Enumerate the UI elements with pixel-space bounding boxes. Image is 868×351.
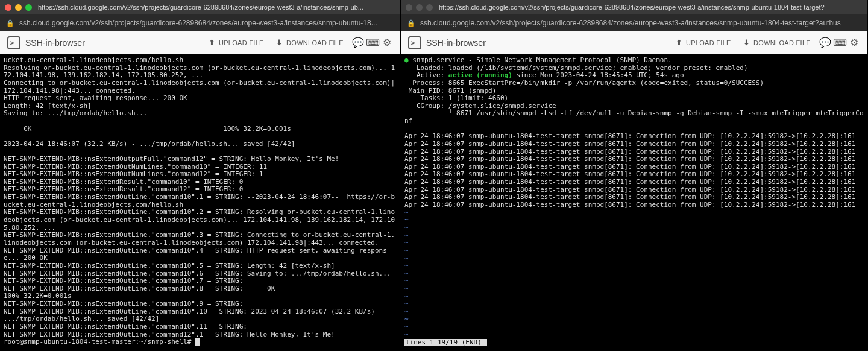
app-logo: >_ SSH-in-browser [7, 36, 85, 49]
pager-empty-line: ~ [404, 262, 864, 270]
upload-label: UPLOAD FILE [686, 39, 731, 46]
pager-empty-line: ~ [404, 217, 864, 224]
minimize-window-button[interactable] [15, 4, 22, 11]
close-window-button[interactable] [406, 4, 412, 11]
log-line: Apr 24 18:46:07 snmp-ubuntu-1804-test-ta… [404, 141, 864, 148]
browser-address-bar[interactable]: 🔒 ssh.cloud.google.com/v2/ssh/projects/g… [401, 14, 867, 31]
terminal-line: NET-SNMP-EXTEND-MIB::nsExtendOutLine."co… [4, 308, 397, 323]
terminal-line: 0K 100% 32.2K=0.001s [4, 125, 397, 133]
download-file-button[interactable]: ⬇ DOWNLOAD FILE [737, 36, 817, 49]
pager-empty-line: ~ [404, 247, 864, 255]
traffic-lights [406, 4, 433, 11]
download-label: DOWNLOAD FILE [753, 39, 811, 46]
upload-icon: ⬆ [676, 38, 682, 47]
titlebar-left: https://ssh.cloud.google.com/v2/ssh/proj… [0, 0, 400, 14]
app-logo: >_ SSH-in-browser [408, 36, 486, 49]
pager-empty-line: ~ [404, 323, 864, 331]
terminal-line: NET-SNMP-EXTEND-MIB::nsExtendOutLine."co… [4, 209, 397, 232]
keyboard-icon[interactable]: ⌨ [834, 37, 846, 49]
cursor [483, 339, 487, 346]
pager-empty-line: ~ [404, 308, 864, 316]
upload-label: UPLOAD FILE [219, 39, 264, 46]
minimize-window-button[interactable] [416, 4, 423, 11]
service-header: ● snmpd.service - Simple Network Managem… [404, 57, 864, 65]
terminal-line: NET-SNMP-EXTEND-MIB::nsExtendOutLine."co… [4, 247, 397, 262]
ssh-logo-icon: >_ [408, 36, 421, 49]
settings-gear-icon[interactable]: ⚙ [848, 37, 860, 49]
download-label: DOWNLOAD FILE [286, 39, 344, 46]
lock-icon: 🔒 [407, 19, 415, 27]
feedback-icon[interactable]: 💬 [352, 37, 364, 49]
pager-empty-line: ~ [404, 232, 864, 240]
terminal-right[interactable]: ● snmpd.service - Simple Network Managem… [401, 54, 867, 351]
pager-empty-line: ~ [404, 224, 864, 232]
traffic-lights [5, 4, 32, 11]
address-url: ssh.cloud.google.com/v2/ssh/projects/gua… [19, 19, 394, 27]
settings-gear-icon[interactable]: ⚙ [381, 37, 393, 49]
lock-icon: 🔒 [6, 19, 14, 27]
window-title: https://ssh.cloud.google.com/v2/ssh/proj… [38, 4, 395, 11]
feedback-icon[interactable]: 💬 [819, 37, 831, 49]
terminal-line: NET-SNMP-EXTEND-MIB::nsExtendOutLine."co… [4, 277, 397, 285]
browser-address-bar[interactable]: 🔒 ssh.cloud.google.com/v2/ssh/projects/g… [0, 14, 400, 31]
pager-empty-line: ~ [404, 209, 864, 217]
pager-empty-line: ~ [404, 300, 864, 308]
log-line: Apr 24 18:46:07 snmp-ubuntu-1804-test-ta… [404, 156, 864, 163]
process-line: Process: 8665 ExecStartPre=/bin/mkdir -p… [404, 80, 864, 87]
close-window-button[interactable] [5, 4, 11, 11]
terminal-line: NET-SNMP-EXTEND-MIB::nsExtendOutLine."co… [4, 232, 397, 247]
terminal-line: NET-SNMP-EXTEND-MIB::nsExtendOutNumLines… [4, 171, 397, 179]
terminal-line: Connecting to or-bucket.eu-central-1.lin… [4, 80, 397, 95]
download-icon: ⬇ [743, 38, 750, 47]
download-icon: ⬇ [276, 38, 283, 47]
app-title: SSH-in-browser [426, 38, 486, 48]
terminal-line: 2023-04-24 18:46:07 (32.2 KB/s) - .../tm… [4, 141, 397, 148]
pager-status: lines 1-19/19 (END) [404, 339, 864, 347]
terminal-left[interactable]: ucket.eu-central-1.linodeobjects.com/hel… [0, 54, 400, 351]
pager-empty-line: ~ [404, 277, 864, 285]
left-window: https://ssh.cloud.google.com/v2/ssh/proj… [0, 0, 401, 351]
tasks-line: Tasks: 1 (limit: 4660) [404, 95, 864, 103]
titlebar-right: https://ssh.cloud.google.com/v2/ssh/proj… [401, 0, 867, 14]
terminal-line: NET-SNMP-EXTEND-MIB::nsExtendOutLine."co… [4, 323, 397, 331]
pager-empty-line: ~ [404, 285, 864, 293]
pager-empty-line: ~ [404, 270, 864, 278]
right-window: https://ssh.cloud.google.com/v2/ssh/proj… [401, 0, 868, 351]
shell-prompt[interactable]: root@snmp-ubuntu-1804-test-master:~/snmp… [4, 338, 397, 346]
terminal-line [4, 133, 397, 141]
pager-empty-line: ~ [404, 331, 864, 339]
address-url: ssh.cloud.google.com/v2/ssh/projects/gua… [420, 19, 861, 27]
terminal-line: HTTP request sent, awaiting response... … [4, 95, 397, 103]
upload-file-button[interactable]: ⬆ UPLOAD FILE [670, 36, 737, 49]
upload-icon: ⬆ [209, 38, 215, 47]
log-line: Apr 24 18:46:07 snmp-ubuntu-1804-test-ta… [404, 179, 864, 186]
terminal-line: Saving to: .../tmp/ordab/hello.sh... [4, 110, 397, 118]
download-file-button[interactable]: ⬇ DOWNLOAD FILE [270, 36, 350, 49]
maximize-window-button[interactable] [426, 4, 433, 11]
pager-empty-line: ~ [404, 255, 864, 263]
log-line: Apr 24 18:46:07 snmp-ubuntu-1804-test-ta… [404, 133, 864, 141]
terminal-line: NET-SNMP-EXTEND-MIB::nsExtendOutLine."co… [4, 300, 397, 308]
terminal-line: ucket.eu-central-1.linodeobjects.com/hel… [4, 57, 397, 65]
pager-empty-line: ~ [404, 293, 864, 301]
upload-file-button[interactable]: ⬆ UPLOAD FILE [203, 36, 270, 49]
ssh-toolbar: >_ SSH-in-browser ⬆ UPLOAD FILE ⬇ DOWNLO… [401, 31, 867, 54]
keyboard-icon[interactable]: ⌨ [366, 37, 379, 49]
window-title: https://ssh.cloud.google.com/v2/ssh/proj… [439, 4, 863, 11]
cgroup-child-line: └─8671 /usr/sbin/snmpd -Lsd -Lf /dev/nul… [404, 110, 864, 125]
cursor [195, 338, 200, 346]
app-title: SSH-in-browser [25, 38, 85, 48]
terminal-line: NET-SNMP-EXTEND-MIB::nsExtendOutLine."co… [4, 194, 397, 209]
ssh-toolbar: >_ SSH-in-browser ⬆ UPLOAD FILE ⬇ DOWNLO… [0, 31, 400, 54]
terminal-line: NET-SNMP-EXTEND-MIB::nsExtendOutLine."co… [4, 285, 397, 300]
maximize-window-button[interactable] [25, 4, 32, 11]
pager-empty-line: ~ [404, 316, 864, 324]
pager-empty-line: ~ [404, 239, 864, 247]
terminal-line: NET-SNMP-EXTEND-MIB::nsExtendOutputFull.… [4, 156, 397, 163]
terminal-line [4, 118, 397, 125]
log-line: Apr 24 18:46:07 snmp-ubuntu-1804-test-ta… [404, 201, 864, 209]
ssh-logo-icon: >_ [7, 36, 20, 49]
terminal-line: NET-SNMP-EXTEND-MIB::nsExtendOutLine."co… [4, 262, 397, 270]
terminal-line: Resolving or-bucket.eu-central-1.linodeo… [4, 65, 397, 80]
